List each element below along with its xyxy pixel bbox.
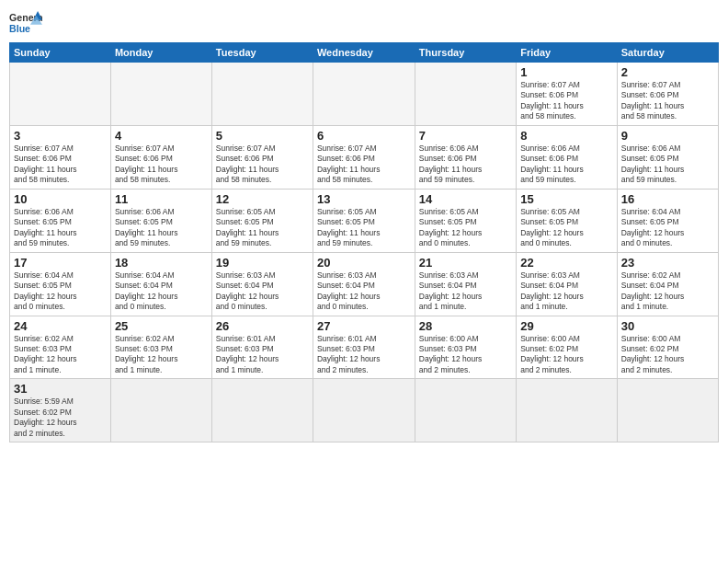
day-info: Sunrise: 6:05 AM Sunset: 6:05 PM Dayligh… [520,207,613,249]
day-number: 12 [216,192,309,206]
calendar-cell: 24Sunrise: 6:02 AM Sunset: 6:03 PM Dayli… [10,316,111,379]
day-number: 11 [115,192,208,206]
day-info: Sunrise: 6:04 AM Sunset: 6:05 PM Dayligh… [14,270,107,313]
weekday-wednesday: Wednesday [313,43,415,63]
day-info: Sunrise: 6:06 AM Sunset: 6:05 PM Dayligh… [115,207,208,249]
day-number: 3 [14,129,107,143]
day-number: 31 [14,382,107,396]
calendar-cell [313,379,415,442]
calendar-row-2: 10Sunrise: 6:06 AM Sunset: 6:05 PM Dayli… [10,189,719,252]
calendar-row-4: 24Sunrise: 6:02 AM Sunset: 6:03 PM Dayli… [10,316,719,379]
day-info: Sunrise: 6:06 AM Sunset: 6:05 PM Dayligh… [621,144,714,186]
calendar-body: 1Sunrise: 6:07 AM Sunset: 6:06 PM Daylig… [10,63,719,442]
day-info: Sunrise: 6:06 AM Sunset: 6:05 PM Dayligh… [14,207,107,249]
day-number: 22 [520,256,613,270]
day-info: Sunrise: 6:04 AM Sunset: 6:04 PM Dayligh… [115,270,208,313]
day-number: 18 [115,256,208,270]
day-info: Sunrise: 6:02 AM Sunset: 6:04 PM Dayligh… [621,270,714,313]
day-info: Sunrise: 6:06 AM Sunset: 6:06 PM Dayligh… [520,144,613,186]
calendar-row-0: 1Sunrise: 6:07 AM Sunset: 6:06 PM Daylig… [10,63,719,126]
day-info: Sunrise: 6:02 AM Sunset: 6:03 PM Dayligh… [115,334,208,376]
day-info: Sunrise: 6:07 AM Sunset: 6:06 PM Dayligh… [115,144,208,186]
calendar-cell: 16Sunrise: 6:04 AM Sunset: 6:05 PM Dayli… [617,189,718,252]
day-number: 7 [419,129,512,143]
calendar-cell: 6Sunrise: 6:07 AM Sunset: 6:06 PM Daylig… [313,125,415,189]
day-info: Sunrise: 6:07 AM Sunset: 6:06 PM Dayligh… [621,80,714,122]
calendar-cell: 19Sunrise: 6:03 AM Sunset: 6:04 PM Dayli… [211,252,313,316]
calendar: SundayMondayTuesdayWednesdayThursdayFrid… [9,42,719,442]
calendar-cell: 8Sunrise: 6:06 AM Sunset: 6:06 PM Daylig… [517,125,618,189]
weekday-friday: Friday [517,43,618,63]
day-info: Sunrise: 6:05 AM Sunset: 6:05 PM Dayligh… [216,207,309,249]
day-number: 19 [216,256,309,270]
calendar-cell: 27Sunrise: 6:01 AM Sunset: 6:03 PM Dayli… [313,316,415,379]
day-number: 23 [621,256,714,270]
day-info: Sunrise: 6:07 AM Sunset: 6:06 PM Dayligh… [520,80,613,122]
day-number: 30 [621,319,714,333]
weekday-saturday: Saturday [617,43,718,63]
weekday-thursday: Thursday [415,43,516,63]
calendar-cell: 21Sunrise: 6:03 AM Sunset: 6:04 PM Dayli… [415,252,516,316]
calendar-cell: 20Sunrise: 6:03 AM Sunset: 6:04 PM Dayli… [313,252,415,316]
calendar-cell [110,379,211,442]
calendar-cell: 9Sunrise: 6:06 AM Sunset: 6:05 PM Daylig… [617,125,718,189]
calendar-cell: 3Sunrise: 6:07 AM Sunset: 6:06 PM Daylig… [10,125,111,189]
calendar-cell [211,379,313,442]
calendar-cell: 18Sunrise: 6:04 AM Sunset: 6:04 PM Dayli… [110,252,211,316]
day-info: Sunrise: 6:03 AM Sunset: 6:04 PM Dayligh… [317,270,411,313]
day-number: 6 [317,129,411,143]
day-info: Sunrise: 6:01 AM Sunset: 6:03 PM Dayligh… [216,334,309,376]
calendar-cell [415,379,516,442]
day-info: Sunrise: 6:03 AM Sunset: 6:04 PM Dayligh… [520,270,613,313]
day-number: 20 [317,256,411,270]
calendar-cell [211,63,313,126]
day-number: 28 [419,319,512,333]
calendar-cell: 7Sunrise: 6:06 AM Sunset: 6:06 PM Daylig… [415,125,516,189]
day-number: 16 [621,192,714,206]
logo: General Blue [9,9,42,37]
day-number: 29 [520,319,613,333]
day-number: 26 [216,319,309,333]
day-info: Sunrise: 6:07 AM Sunset: 6:06 PM Dayligh… [14,144,107,186]
day-number: 8 [520,129,613,143]
calendar-cell [313,63,415,126]
calendar-cell: 17Sunrise: 6:04 AM Sunset: 6:05 PM Dayli… [10,252,111,316]
calendar-cell: 29Sunrise: 6:00 AM Sunset: 6:02 PM Dayli… [517,316,618,379]
day-number: 14 [419,192,512,206]
weekday-monday: Monday [110,43,211,63]
day-info: Sunrise: 6:04 AM Sunset: 6:05 PM Dayligh… [621,207,714,249]
weekday-tuesday: Tuesday [211,43,313,63]
day-info: Sunrise: 6:01 AM Sunset: 6:03 PM Dayligh… [317,334,411,376]
calendar-cell: 14Sunrise: 6:05 AM Sunset: 6:05 PM Dayli… [415,189,516,252]
calendar-cell [10,63,111,126]
day-info: Sunrise: 6:07 AM Sunset: 6:06 PM Dayligh… [216,144,309,186]
day-info: Sunrise: 6:00 AM Sunset: 6:02 PM Dayligh… [621,334,714,376]
calendar-cell: 5Sunrise: 6:07 AM Sunset: 6:06 PM Daylig… [211,125,313,189]
calendar-cell: 11Sunrise: 6:06 AM Sunset: 6:05 PM Dayli… [110,189,211,252]
calendar-cell: 22Sunrise: 6:03 AM Sunset: 6:04 PM Dayli… [517,252,618,316]
calendar-cell: 26Sunrise: 6:01 AM Sunset: 6:03 PM Dayli… [211,316,313,379]
page: General Blue SundayMondayTuesdayWednesda… [0,0,728,563]
day-number: 24 [14,319,107,333]
calendar-row-3: 17Sunrise: 6:04 AM Sunset: 6:05 PM Dayli… [10,252,719,316]
day-info: Sunrise: 6:06 AM Sunset: 6:06 PM Dayligh… [419,144,512,186]
calendar-cell: 10Sunrise: 6:06 AM Sunset: 6:05 PM Dayli… [10,189,111,252]
day-number: 17 [14,256,107,270]
day-number: 10 [14,192,107,206]
weekday-header: SundayMondayTuesdayWednesdayThursdayFrid… [10,43,719,63]
day-info: Sunrise: 6:03 AM Sunset: 6:04 PM Dayligh… [419,270,512,313]
calendar-cell: 25Sunrise: 6:02 AM Sunset: 6:03 PM Dayli… [110,316,211,379]
calendar-cell: 15Sunrise: 6:05 AM Sunset: 6:05 PM Dayli… [517,189,618,252]
day-info: Sunrise: 6:00 AM Sunset: 6:03 PM Dayligh… [419,334,512,376]
day-number: 15 [520,192,613,206]
calendar-cell: 12Sunrise: 6:05 AM Sunset: 6:05 PM Dayli… [211,189,313,252]
logo-icon: General Blue [9,9,42,37]
day-info: Sunrise: 6:05 AM Sunset: 6:05 PM Dayligh… [317,207,411,249]
day-info: Sunrise: 6:05 AM Sunset: 6:05 PM Dayligh… [419,207,512,249]
calendar-cell [110,63,211,126]
day-number: 2 [621,65,714,79]
day-info: Sunrise: 6:03 AM Sunset: 6:04 PM Dayligh… [216,270,309,313]
calendar-row-5: 31Sunrise: 5:59 AM Sunset: 6:02 PM Dayli… [10,379,719,442]
calendar-cell: 2Sunrise: 6:07 AM Sunset: 6:06 PM Daylig… [617,63,718,126]
calendar-cell [415,63,516,126]
